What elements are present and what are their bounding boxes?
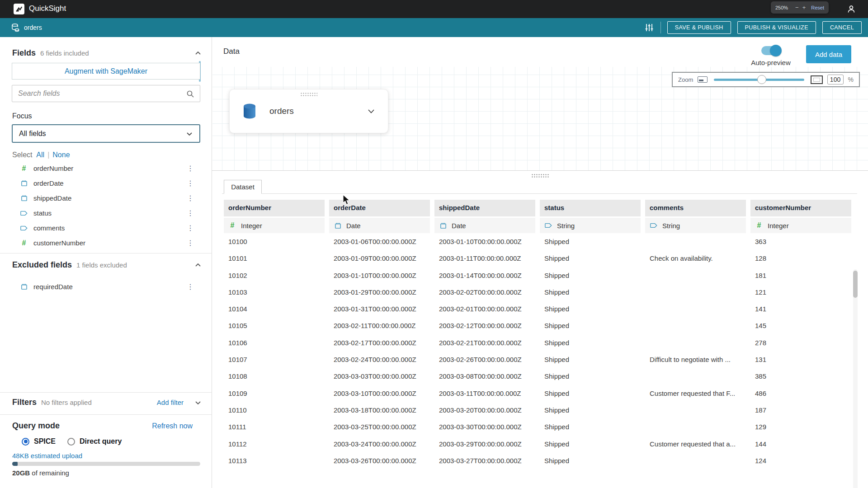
field-row-shippedDate[interactable]: shippedDate⋮ xyxy=(12,191,200,206)
integer-type-icon: # xyxy=(20,239,28,247)
cancel-button[interactable]: CANCEL xyxy=(822,21,862,34)
zoom-in-button[interactable]: + xyxy=(802,5,806,10)
node-name: orders xyxy=(269,106,354,116)
augment-sagemaker-button[interactable]: Augment with SageMaker xyxy=(12,63,200,80)
spice-radio-option[interactable]: SPICE xyxy=(22,437,56,446)
table-scrollbar[interactable] xyxy=(853,269,858,488)
zoom-out-button[interactable]: − xyxy=(795,5,799,10)
fields-section-header: Fields6 fields included xyxy=(12,48,89,58)
field-menu-kebab-icon[interactable]: ⋮ xyxy=(187,282,194,291)
field-name: orderDate xyxy=(33,179,64,187)
table-cell xyxy=(645,402,746,418)
add-filter-link[interactable]: Add filter xyxy=(157,399,184,406)
toggle-knob[interactable] xyxy=(770,45,782,56)
zoom-value-input[interactable]: 100 xyxy=(827,75,844,84)
save-publish-button[interactable]: SAVE & PUBLISH xyxy=(667,21,731,34)
field-menu-kebab-icon[interactable]: ⋮ xyxy=(187,224,194,232)
integer-type-icon: # xyxy=(228,221,236,230)
node-drag-handle[interactable] xyxy=(300,92,317,96)
field-row-orderDate[interactable]: orderDate⋮ xyxy=(12,176,200,191)
field-row-status[interactable]: status⋮ xyxy=(12,206,200,221)
panel-resize-handle[interactable] xyxy=(531,174,549,178)
column-header-orderNumber[interactable]: orderNumber xyxy=(224,200,325,216)
dataset-name: orders xyxy=(24,24,42,31)
excluded-section-header: Excluded fields1 fields excluded xyxy=(12,260,127,270)
field-row-orderNumber[interactable]: #orderNumber⋮ xyxy=(12,161,200,176)
table-cell: 10104 xyxy=(224,300,325,317)
field-menu-kebab-icon[interactable]: ⋮ xyxy=(187,239,194,247)
focus-dropdown[interactable]: All fields xyxy=(12,124,200,143)
search-icon[interactable] xyxy=(186,90,194,100)
search-fields-input[interactable] xyxy=(12,85,200,102)
field-row-comments[interactable]: comments⋮ xyxy=(12,221,200,235)
zoom-slider[interactable] xyxy=(714,79,804,81)
field-menu-kebab-icon[interactable]: ⋮ xyxy=(187,179,194,188)
add-data-button[interactable]: Add data xyxy=(806,45,851,63)
table-cell: 2003-03-25T00:00:00.000Z xyxy=(329,418,430,435)
tab-dataset[interactable]: Dataset xyxy=(224,180,262,194)
spice-radio[interactable] xyxy=(22,438,29,446)
table-scrollbar-thumb[interactable] xyxy=(853,271,858,298)
data-flow-canvas[interactable]: Zoom 100 % orders xyxy=(212,67,868,170)
column-type-comments[interactable]: String xyxy=(645,218,746,233)
table-cell: Shipped xyxy=(540,418,641,435)
table-row: 101032003-01-29T00:00:00.000Z2003-02-02T… xyxy=(224,284,851,300)
column-type-shippedDate[interactable]: Date xyxy=(434,218,535,233)
dataset-toolbar: orders SAVE & PUBLISH PUBLISH & VISUALIZ… xyxy=(0,18,868,37)
table-cell: 363 xyxy=(750,233,851,250)
table-cell: 10111 xyxy=(224,418,325,435)
zoom-reset-button[interactable]: Reset xyxy=(811,5,824,10)
column-type-orderDate[interactable]: Date xyxy=(329,218,430,233)
table-row: 101102003-03-18T00:00:00.000Z2003-03-20T… xyxy=(224,402,851,418)
column-header-status[interactable]: status xyxy=(540,200,641,216)
table-cell: Shipped xyxy=(540,351,641,368)
publish-visualize-button[interactable]: PUBLISH & VISUALIZE xyxy=(737,21,816,34)
column-type-customerNumber[interactable]: #Integer xyxy=(750,218,851,233)
select-all-link[interactable]: All xyxy=(36,151,44,159)
column-header-shippedDate[interactable]: shippedDate xyxy=(434,200,535,216)
field-menu-kebab-icon[interactable]: ⋮ xyxy=(187,164,194,173)
field-row-requiredDate[interactable]: requiredDate⋮ xyxy=(12,279,200,294)
app-title: QuickSight xyxy=(29,4,66,13)
column-type-orderNumber[interactable]: #Integer xyxy=(224,218,325,233)
filters-section-header: FiltersNo filters applied Add filter xyxy=(12,398,202,407)
filters-expand-chevron-down-icon[interactable] xyxy=(194,399,202,408)
zoom-slider-knob[interactable] xyxy=(757,75,766,84)
fields-collapse-chevron-up-icon[interactable] xyxy=(194,50,202,59)
date-type-icon xyxy=(334,222,342,229)
table-row: 101122003-03-24T00:00:00.000Z2003-03-29T… xyxy=(224,436,851,452)
table-cell: 2003-02-11T00:00:00.000Z xyxy=(329,317,430,334)
auto-preview-toggle[interactable] xyxy=(761,46,780,55)
field-menu-kebab-icon[interactable]: ⋮ xyxy=(187,209,194,217)
column-header-comments[interactable]: comments xyxy=(645,200,746,216)
excluded-collapse-chevron-up-icon[interactable] xyxy=(194,262,202,271)
column-type-status[interactable]: String xyxy=(540,218,641,233)
table-cell: 486 xyxy=(750,385,851,402)
toolbar-divider xyxy=(660,22,661,33)
select-none-link[interactable]: None xyxy=(52,151,70,159)
filters-status: No filters applied xyxy=(41,399,92,406)
table-cell: 145 xyxy=(750,317,851,334)
column-header-customerNumber[interactable]: customerNumber xyxy=(750,200,851,216)
column-header-orderDate[interactable]: orderDate xyxy=(329,200,430,216)
focus-dropdown-value: All fields xyxy=(19,130,46,138)
table-cell: 2003-02-26T00:00:00.000Z xyxy=(434,351,535,368)
zoom-fit-icon[interactable] xyxy=(698,76,708,83)
node-chevron-down-icon[interactable] xyxy=(366,106,376,116)
spice-capacity-fill xyxy=(12,462,18,466)
upload-estimate-text: 48KB estimated upload xyxy=(12,452,82,460)
data-panel-title: Data xyxy=(223,47,240,56)
orders-dataset-node[interactable]: orders xyxy=(229,89,388,133)
field-row-customerNumber[interactable]: #customerNumber⋮ xyxy=(12,235,200,250)
table-cell: Shipped xyxy=(540,267,641,284)
direct-query-radio[interactable] xyxy=(67,438,75,446)
refresh-now-link[interactable]: Refresh now xyxy=(152,422,193,430)
settings-sliders-icon[interactable] xyxy=(644,23,654,33)
direct-query-radio-option[interactable]: Direct query xyxy=(67,437,122,446)
field-menu-kebab-icon[interactable]: ⋮ xyxy=(187,194,194,202)
string-type-icon xyxy=(20,225,28,231)
zoom-overview-icon[interactable] xyxy=(811,75,823,84)
user-account-icon[interactable] xyxy=(846,4,856,16)
field-name: orderNumber xyxy=(33,164,73,172)
table-cell: 2003-01-11T00:00:00.000Z xyxy=(434,250,535,267)
